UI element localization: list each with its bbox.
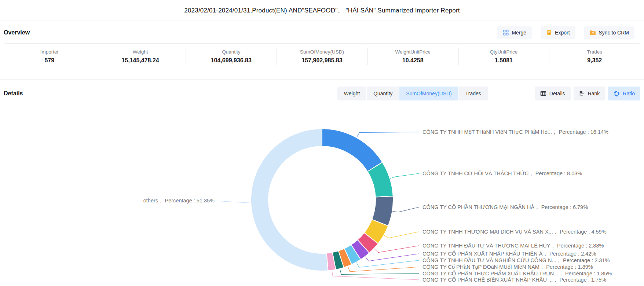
pie-label-line [374,246,419,253]
stat-value: 9,352 [549,57,640,64]
pie-label: CÔNG TY CỔ PHẦN THỰC PHẨM XUẤT KHẨU TRUN… [422,270,612,276]
stat-sum-of-money: SumOfMoney(USD) 157,902,985.83 [277,48,367,65]
stat-importer: Importer 579 [4,48,95,65]
details-section-header: Details Weight Quantity SumOfMoney(USD) … [0,86,644,101]
stat-label: QtyUnitPrice [458,49,549,55]
metric-tabs: Weight Quantity SumOfMoney(USD) Trades [337,87,488,100]
pie-label: CÔNG TY TNHH ĐẦU TƯ VÀ THƯƠNG MẠI LÊ HUY… [422,243,604,249]
pie-label: CÔNG TY TNHH CƠ HỘI VÀ THÁCH THỨC， Perce… [422,170,582,176]
stat-value: 157,902,985.83 [277,57,367,64]
pie-label: CÔNG TY TNHH THƯƠNG MẠI DỊCH VỤ VÀ SẢN X… [422,229,607,235]
stat-label: Weight [95,49,186,55]
stat-label: WeightUnitPrice [367,49,458,55]
stat-quantity: Quantity 104,699,936.83 [186,48,277,65]
export-button-label: Export [555,30,570,36]
pie-label-line [356,260,419,267]
pie-label: CÔNG TY CỔ PHẦN THƯƠNG MẠI NGÂN HÀ， Perc… [422,204,588,210]
overview-heading: Overview [4,29,30,36]
view-details-label: Details [549,91,565,96]
donut-chart: CÔNG TY TNHH MộT THàNH VIêN THựC PHẩM Hò… [0,101,644,284]
tab-weight[interactable]: Weight [337,87,366,100]
pie-label-line [357,132,419,138]
stat-value: 579 [4,57,95,64]
stat-value: 10.4258 [367,57,458,64]
view-rank-label: Rank [588,91,600,96]
export-button[interactable]: Export [541,26,575,39]
view-switcher: Details Rank Ratio [535,87,640,100]
toolbar: Merge Export Sync to CRM [497,26,634,39]
pie-label: CÔNG TY Cổ PHầN TậP ĐOàN MUốI MIềN NAM， … [422,264,593,270]
stat-label: SumOfMoney(USD) [277,49,367,55]
pie-slice[interactable] [322,129,383,172]
stat-value: 15,145,478.24 [95,57,186,64]
sync-to-crm-button[interactable]: Sync to CRM [584,26,634,39]
view-ratio-label: Ratio [623,91,635,96]
stat-qty-unit-price: QtyUnitPrice 1.5081 [458,48,549,65]
pie-label: CÔNG TY CỔ PHẦN CHẾ BIẾN XUẤT NHẬP KHẨU … [422,276,606,283]
merge-icon [503,30,509,36]
overview-section-header: Overview Merge Export [0,21,644,43]
view-details-button[interactable]: Details [535,87,571,100]
pie-label-line [340,269,419,275]
tab-sum-of-money[interactable]: SumOfMoney(USD) [399,87,458,100]
pie-label: CÔNG TY CỔ PHẦN XUẤT NHẬP KHẨU THIÊN Á， … [422,250,596,257]
pie-label-line [348,267,419,272]
stat-value: 104,699,936.83 [186,57,277,64]
export-file-icon [546,30,552,36]
merge-button[interactable]: Merge [497,26,532,39]
pie-label: CÔNG TY TNHH ĐẦU TƯ VÀ NGHIÊN CỨU CÔNG N… [422,257,610,263]
details-heading: Details [4,90,23,97]
stat-weight-unit-price: WeightUnitPrice 10.4258 [367,48,458,65]
report-title-bar: 2023/02/01-2024/01/31,Product(EN) AND"SE… [0,0,644,21]
stat-label: Quantity [186,49,277,55]
importer-ratio-chart-area: CÔNG TY TNHH MộT THàNH VIêN THựC PHẩM Hò… [0,101,644,284]
pie-label-line [217,201,250,203]
pie-label-line [384,232,419,238]
pie-label: CÔNG TY TNHH MộT THàNH VIêN THựC PHẩM Hò… [422,129,608,135]
merge-button-label: Merge [512,30,526,36]
sync-folder-icon [590,30,596,36]
stat-weight: Weight 15,145,478.24 [95,48,186,65]
pie-label: others， Percentage : 51.35% [143,198,215,203]
stat-label: Trades [549,49,640,55]
page-title: 2023/02/01-2024/01/31,Product(EN) AND"SE… [184,6,460,15]
pie-label-line [365,254,419,261]
pie-slice[interactable] [251,129,328,271]
table-icon [540,91,546,96]
sync-button-label: Sync to CRM [599,30,629,36]
pie-label-line [332,271,419,280]
overview-stats-card: Importer 579 Weight 15,145,478.24 Quanti… [4,43,640,69]
pie-label-line [390,173,419,179]
rank-icon [579,91,585,96]
stat-value: 1.5081 [458,57,549,64]
stat-trades: Trades 9,352 [549,48,640,65]
view-ratio-button[interactable]: Ratio [608,87,640,100]
tab-quantity[interactable]: Quantity [367,87,399,100]
tab-trades[interactable]: Trades [459,87,488,100]
view-rank-button[interactable]: Rank [574,87,605,100]
section-divider [0,79,644,80]
ratio-icon [614,91,620,97]
pie-label-line [392,207,419,212]
stat-label: Importer [4,49,95,55]
